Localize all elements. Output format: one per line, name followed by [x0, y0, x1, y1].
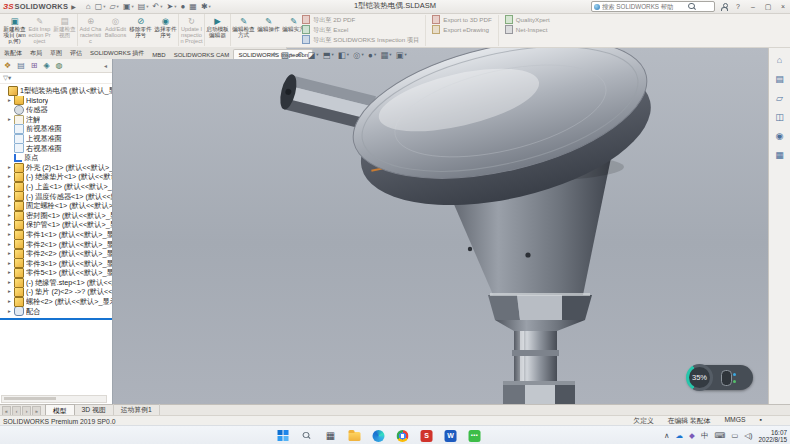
configurationmanager-tab[interactable]: ⊞ [31, 61, 38, 70]
edit-operation-button[interactable]: ✎ 编辑操作 [256, 14, 281, 46]
help-search-box[interactable] [591, 1, 715, 12]
ribbon-tab[interactable]: 布局 [26, 47, 46, 59]
undo-icon[interactable]: ↶ [153, 2, 163, 12]
tree-item[interactable]: 外壳 (2)<1> (默认<<默认>_显示状 [0, 163, 112, 173]
tree-item[interactable]: 螺栓<2> (默认<<默认>_显示状态 [0, 297, 112, 307]
ribbon-tab[interactable]: 草图 [46, 47, 66, 59]
tab-scroll-last[interactable]: » [32, 406, 41, 416]
tree-horizontal-scrollbar[interactable] [1, 395, 107, 403]
design-library-tab[interactable]: ▤ [775, 74, 784, 84]
search-icon[interactable] [688, 3, 696, 11]
ime-indicator[interactable]: 中 [701, 431, 709, 441]
remove-balloons-button[interactable]: ⊘ 移除零件序号 [128, 14, 153, 46]
menu-expand-arrow[interactable]: ▶ [71, 3, 76, 10]
tree-item[interactable]: 原点 [0, 153, 112, 163]
tree-filter-row[interactable]: ▽▾ [0, 73, 112, 84]
tree-item[interactable]: 右视基准面 [0, 144, 112, 154]
section-view-icon[interactable]: ◪ [307, 50, 318, 60]
tree-item[interactable]: 配合 [0, 307, 112, 317]
select-icon[interactable]: ➤ [167, 2, 177, 12]
tree-item[interactable]: History [0, 96, 112, 106]
ribbon-tab[interactable]: 评估 [66, 47, 86, 59]
add-characteristic-button[interactable]: ⊕ Add Characteristic [78, 14, 103, 46]
view-orientation-icon[interactable]: ⬒ [323, 50, 334, 60]
tree-item[interactable]: 固定螺栓<1> (默认<<默认>_显示 [0, 201, 112, 211]
tab-scroll-next[interactable]: › [22, 406, 31, 416]
qualityxpert[interactable]: QualityXpert [505, 15, 550, 24]
new-document-icon[interactable]: ▢ [95, 2, 106, 12]
touch-keyboard-icon[interactable]: ⌨ [714, 431, 725, 440]
tree-item[interactable]: 零件2<2> (默认<<默认>_显示状 [0, 249, 112, 259]
tree-item[interactable]: 传感器 [0, 105, 112, 115]
tree-item[interactable]: (-) 绝缘管.step<1> (默认<<默认> [0, 278, 112, 288]
export-excel[interactable]: 导出至 Excel [302, 25, 419, 34]
tree-item[interactable]: (-) 绝缘垫片<1> (默认<<默认>_显 [0, 172, 112, 182]
export-2d-pdf[interactable]: 导出至 2D PDF [302, 15, 419, 24]
ribbon-tab[interactable]: SOLIDWORKS CAM [170, 50, 234, 59]
add-edit-balloons-button[interactable]: ◎ Add/Edit Balloons [103, 14, 128, 46]
ribbon-tab[interactable]: 装配体 [0, 47, 26, 59]
hide-show-items-icon[interactable]: ◎ [353, 50, 364, 60]
solidworks-button[interactable]: S [420, 429, 434, 443]
tree-item[interactable]: 零件1<1> (默认<<默认>_显示状态 [0, 230, 112, 240]
export-inspection-project[interactable]: 导出至 SOLIDWORKS Inspection 项目 [302, 35, 419, 44]
search-scope-icon[interactable] [594, 4, 600, 10]
file-explorer-tab[interactable]: ▱ [776, 93, 783, 103]
filter-icon[interactable]: ▽▾ [3, 74, 11, 82]
edit-inspection-method-button[interactable]: ✎ 编辑检查方式 [231, 14, 256, 46]
tree-item[interactable]: 保护管<1> (默认<<默认>_显示状 [0, 220, 112, 230]
network-icon[interactable]: ▭ [731, 431, 738, 440]
view-settings-icon[interactable]: ▣ [396, 50, 407, 60]
solidworks-resources-tab[interactable]: ⌂ [777, 55, 782, 65]
close-button[interactable]: × [778, 3, 788, 10]
tree-item[interactable]: 上视基准面 [0, 134, 112, 144]
edge-button[interactable] [372, 429, 386, 443]
file-explorer-button[interactable] [348, 429, 362, 443]
propertymanager-tab[interactable]: ▤ [17, 61, 25, 70]
rebuild-icon[interactable]: ● [180, 2, 185, 12]
tree-item[interactable]: (-) 上盖<1> (默认<<默认>_显示状 [0, 182, 112, 192]
apply-scene-icon[interactable]: ▦ [380, 50, 391, 60]
panel-collapse-arrow[interactable]: ◂ [104, 62, 107, 69]
file-properties-icon[interactable]: ▦ [189, 2, 197, 12]
edit-appearance-icon[interactable]: ● [368, 50, 376, 60]
print-icon[interactable]: ▤ [138, 2, 149, 12]
update-inspection-project-button[interactable]: ↻ Update Inspection Project [179, 14, 205, 46]
custom-properties-tab[interactable]: ▦ [775, 150, 784, 160]
dimxpertmanager-tab[interactable]: ◈ [43, 61, 49, 70]
tree-item[interactable]: 零件2<1> (默认<<默认>_显示状 [0, 240, 112, 250]
tree-item[interactable]: 注解 [0, 115, 112, 125]
net-inspect[interactable]: Net-Inspect [505, 25, 550, 34]
view-palette-tab[interactable]: ◫ [775, 112, 784, 122]
search-button[interactable] [300, 429, 314, 443]
featuremanager-tree-tab[interactable]: ❖ [4, 61, 11, 70]
select-balloons-button[interactable]: ◉ 选择零件序号 [153, 14, 179, 46]
help-button[interactable]: ? [733, 3, 743, 10]
restore-button[interactable]: ▢ [763, 3, 773, 11]
export-3d-pdf[interactable]: Export to 3D PDF [432, 15, 492, 24]
open-icon[interactable]: ▱ [109, 2, 118, 12]
tree-item[interactable]: 零件3<1> (默认<<默认>_显示状 [0, 259, 112, 269]
launch-template-editor-button[interactable]: ▶ 启动模板编辑器 [205, 14, 231, 46]
tab-scroll-first[interactable]: « [2, 406, 11, 416]
tree-item[interactable]: 1型铠装热电偶 (默认<默认_显示状态-1 [0, 86, 112, 96]
word-button[interactable]: W [444, 429, 458, 443]
taskbar-clock[interactable]: 16:07 2022/8/15 [759, 429, 787, 443]
onedrive-icon[interactable]: ☁ [676, 431, 684, 440]
panel-splitter[interactable] [0, 318, 112, 320]
task-view-button[interactable]: ▦ [324, 429, 338, 443]
chrome-button[interactable] [396, 429, 410, 443]
options-icon[interactable]: ✱ [201, 2, 211, 12]
defender-icon[interactable]: ◆ [689, 431, 695, 440]
tab-scroll-prev[interactable]: ‹ [12, 406, 21, 416]
zoom-fit-icon[interactable]: ⌖ [272, 49, 277, 60]
tree-item[interactable]: (-) 垫片 (2)<2> ->? (默认<<默认 [0, 287, 112, 297]
graphics-viewport[interactable] [112, 47, 769, 404]
display-style-icon[interactable]: ◧ [338, 50, 349, 60]
export-edrawing[interactable]: Export eDrawing [432, 25, 492, 34]
solidworks-logo[interactable]: ЗS SOLIDWORKS ▶ [3, 2, 76, 11]
tree-item[interactable]: 密封圈<1> (默认<<默认>_显示状 [0, 211, 112, 221]
ribbon-tab[interactable]: MBD [148, 50, 169, 59]
wechat-button[interactable]: ⋯ [468, 429, 482, 443]
home-icon[interactable]: ⌂ [86, 2, 91, 12]
